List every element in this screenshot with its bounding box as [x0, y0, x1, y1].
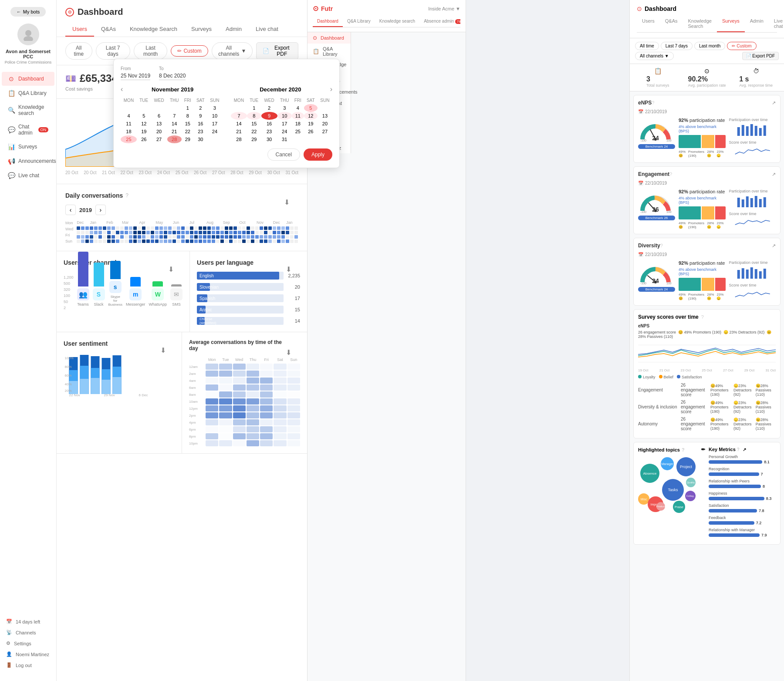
- heatmap-cell: [164, 235, 167, 239]
- apply-button[interactable]: Apply: [304, 148, 332, 161]
- filter-last-month[interactable]: Last month: [134, 42, 168, 60]
- right-tab-users[interactable]: Users: [637, 16, 660, 32]
- channel-download[interactable]: ⬇: [168, 265, 174, 273]
- enps-expand[interactable]: ↗: [772, 100, 776, 106]
- sidebar-item-surveys[interactable]: 📊 Surveys: [2, 140, 54, 154]
- heatmap-cell: [116, 226, 119, 230]
- next-year-button[interactable]: ›: [95, 205, 106, 215]
- tab-admin[interactable]: Admin: [219, 22, 249, 37]
- right-tab-knowledge[interactable]: Knowledge Search: [683, 16, 716, 32]
- heatmap-cell: [242, 239, 246, 243]
- export-pdf-button[interactable]: 📄 Export PDF: [256, 42, 298, 60]
- sidebar-item-live-chat[interactable]: 💬 Live chat: [2, 169, 54, 182]
- sidebar-item-announcements[interactable]: 📢 Announcements: [2, 154, 54, 168]
- heatmap-cell: [116, 239, 119, 243]
- right-tab-surveys[interactable]: Surveys: [717, 16, 745, 32]
- right-tab-admin[interactable]: Admin: [745, 16, 769, 32]
- sidebar-item-dashboard[interactable]: ⊙ Dashboard: [2, 72, 54, 86]
- daily-conv-download[interactable]: ⬇: [284, 198, 290, 206]
- heatmap-cell: [242, 226, 246, 230]
- heatmap-cell: [90, 235, 93, 239]
- tod-cell: [260, 384, 273, 391]
- next-month-button[interactable]: ›: [330, 85, 332, 93]
- heatmap-cell: [81, 231, 84, 234]
- right-tab-qas[interactable]: Q&As: [660, 16, 683, 32]
- middle-nav-qa-library[interactable]: 📋Q&A Library: [308, 44, 351, 59]
- cancel-button[interactable]: Cancel: [267, 148, 300, 161]
- heatmap-cell: [186, 239, 189, 243]
- sentiment-tod-row: User sentiment ⬇ 22 Nov 29: [57, 332, 307, 454]
- right-filter-last7[interactable]: Last 7 days: [661, 42, 693, 50]
- footer-settings[interactable]: ⚙ Settings: [6, 638, 50, 649]
- heatmap-scroll[interactable]: Dec Jan Feb Mar Apr May Jun Jul Aug Sep …: [77, 220, 298, 244]
- middle-nav-dashboard[interactable]: ⊙Dashboard: [308, 32, 351, 44]
- futr-brand: Futr: [321, 5, 333, 12]
- footer-user[interactable]: 👤 Noemi Martinez: [6, 649, 50, 660]
- heatmap-cell: [172, 235, 176, 239]
- sidebar-item-chat-admin[interactable]: 💬 Chat admin ON: [2, 120, 54, 139]
- middle-tab-absence[interactable]: Absence admin 78: [419, 16, 460, 27]
- tod-cell: [233, 398, 246, 405]
- tab-surveys[interactable]: Surveys: [184, 22, 219, 37]
- filter-all-time[interactable]: All time: [65, 42, 92, 60]
- enps-benchmark: Benchmark 24: [638, 144, 675, 149]
- svg-text:100: 100: [666, 282, 672, 284]
- sidebar-item-knowledge-search[interactable]: 🔍 Knowledge search: [2, 101, 54, 120]
- tod-cell: [287, 371, 300, 377]
- spanish-bar: Spanish 17: [197, 294, 300, 302]
- middle-tab-knowledge[interactable]: Knowledge search: [375, 16, 419, 27]
- sentiment-download[interactable]: ⬇: [160, 346, 166, 354]
- enps-help[interactable]: ?: [652, 100, 654, 105]
- right-filter-all-time[interactable]: All time: [635, 42, 659, 50]
- heatmap-cell: [125, 239, 128, 243]
- prev-year-button[interactable]: ‹: [65, 205, 76, 215]
- engagement-body: 26 -100 100 Benchmark 26 92% participati…: [638, 189, 776, 229]
- svg-text:-100: -100: [640, 139, 646, 142]
- heatmap-cell: [77, 231, 80, 234]
- heatmap-cell: [103, 226, 106, 230]
- heatmap-cell: [138, 231, 141, 234]
- heatmap-cell: [107, 231, 111, 234]
- heatmap-cell: [151, 226, 154, 230]
- daily-conv-help[interactable]: ?: [125, 192, 128, 199]
- engagement-expand[interactable]: ↗: [772, 172, 776, 177]
- km-feedback: Feedback 7.2: [709, 516, 776, 525]
- diversity-help[interactable]: ?: [660, 243, 663, 248]
- language-download[interactable]: ⬇: [286, 265, 291, 273]
- tab-users[interactable]: Users: [65, 22, 94, 37]
- tod-download[interactable]: ⬇: [286, 348, 291, 357]
- back-to-bots-button[interactable]: ← My bots: [10, 7, 46, 17]
- middle-tab-qa[interactable]: Q&A Library: [343, 16, 375, 27]
- filter-channels[interactable]: All channels ▼: [212, 42, 253, 60]
- heatmap-cell: [294, 239, 298, 243]
- daily-conv-title: Daily conversations: [65, 192, 123, 199]
- tab-knowledge-search[interactable]: Knowledge Search: [123, 22, 184, 37]
- tab-live-chat[interactable]: Live chat: [249, 22, 285, 37]
- english-bar: English 2,235: [197, 272, 300, 280]
- heatmap-cell: [251, 239, 254, 243]
- heatmap-cell: [247, 239, 250, 243]
- filter-custom[interactable]: ✏ Custom: [171, 45, 208, 57]
- sidebar-item-qa-library[interactable]: 📋 Q&A Library: [2, 86, 54, 100]
- heatmap-cell: [120, 235, 124, 239]
- heatmap-cell: [216, 235, 220, 239]
- right-filter-last-month[interactable]: Last month: [694, 42, 725, 50]
- tod-cell: [219, 364, 232, 370]
- right-title-icon: ⊙: [637, 5, 642, 12]
- tab-qas[interactable]: Q&As: [94, 22, 123, 37]
- right-filter-channels[interactable]: All channels ▼: [635, 52, 674, 60]
- right-export-btn[interactable]: 📄 Export PDF: [742, 52, 779, 60]
- daily-conversations-section: Daily conversations ? ⬇ ‹ 2019 › Mon Wed…: [57, 184, 307, 251]
- live-chat-icon: 💬: [8, 172, 15, 179]
- right-filter-custom[interactable]: ✏ Custom: [727, 42, 756, 50]
- prev-month-button[interactable]: ‹: [121, 85, 123, 93]
- heatmap-cell: [207, 239, 211, 243]
- diversity-expand[interactable]: ↗: [772, 243, 776, 249]
- filter-last-7-days[interactable]: Last 7 days: [96, 42, 130, 60]
- footer-channels[interactable]: 📡 Channels: [6, 627, 50, 638]
- footer-logout[interactable]: 🚪 Log out: [6, 660, 50, 671]
- engagement-help[interactable]: ?: [669, 172, 672, 177]
- right-tab-live-chat[interactable]: Live chat: [769, 16, 784, 32]
- tod-cell: [247, 426, 259, 432]
- middle-tab-dashboard[interactable]: Dashboard: [313, 16, 343, 27]
